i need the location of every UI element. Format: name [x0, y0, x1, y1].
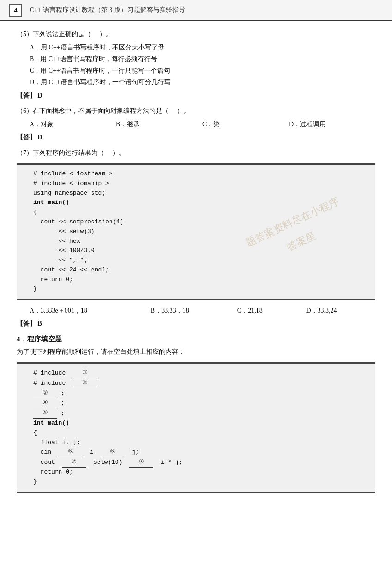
code-line-4: int main() [33, 198, 366, 208]
code-line-8: << hex [33, 237, 366, 247]
q7-option-d: D．33.3,24 [306, 305, 375, 316]
page: 4 C++ 语言程序设计教程（第 3 版）习题解答与实验指导 （5）下列说法正确… [0, 0, 392, 561]
blank-6a: ⑥ [59, 447, 83, 457]
q5-answer: 【答】 D [17, 90, 375, 101]
cb2-line-11: return 0; [33, 468, 366, 477]
q6-options-row: A．对象 B．继承 C．类 D．过程调用 [30, 118, 375, 130]
cb2-line-12: } [33, 477, 366, 487]
blank-4: ④ [33, 398, 57, 408]
code-line-1: # include < iostream > [33, 169, 366, 179]
cb2-line-7: { [33, 428, 366, 438]
question-6: （6）在下面概念中，不属于面向对象编程方法的是（ ）。 A．对象 B．继承 C．… [17, 105, 375, 143]
q5-option-b: B．用 C++语言书写程序时，每行必须有行号 [30, 53, 375, 65]
code-line-7: << setw(3) [33, 227, 366, 237]
section4-desc: 为了使下列程序能顺利运行，请在空白处填上相应的内容： [17, 346, 375, 358]
code-line-3: using namespace std; [33, 189, 366, 198]
q5-option-c: C．用 C++语言书写程序时，一行只能写一个语句 [30, 65, 375, 76]
cb2-line-9: cin ⑥ i ⑥ j; [33, 447, 366, 457]
blank-5: ⑤ [33, 408, 57, 419]
q6-option-b: B．继承 [116, 118, 202, 130]
page-number: 4 [9, 4, 22, 17]
q7-option-a: A．3.333e＋001，18 [30, 305, 151, 316]
code-line-6: cout << setprecision(4) [33, 217, 366, 227]
blank-2: ② [73, 378, 97, 388]
q7-text: （7）下列程序的运行结果为（ ）。 [17, 148, 375, 159]
q7-option-b: B．33.33，18 [151, 305, 237, 316]
blank-1: ① [73, 368, 97, 378]
code-line-12: return 0; [33, 275, 366, 285]
q7-answer: 【答】 B [17, 318, 375, 329]
code-line-10: << ", "; [33, 256, 366, 265]
q6-option-d: D．过程调用 [289, 118, 375, 130]
q7-option-c: C．21,18 [237, 305, 306, 316]
code-line-5: { [33, 208, 366, 217]
cb2-line-1: # include ① [33, 368, 366, 378]
cb2-line-6: int main() [33, 419, 366, 428]
blank-7a: ⑦ [62, 457, 86, 468]
header-title: C++ 语言程序设计教程（第 3 版）习题解答与实验指导 [30, 6, 185, 14]
q6-answer: 【答】 D [17, 132, 375, 143]
question-5: （5）下列说法正确的是（ ）。 A．用 C++语言书写程序时，不区分大小写字母 … [17, 29, 375, 101]
cb2-line-8: float i, j; [33, 438, 366, 448]
code-line-2: # include < iomanip > [33, 179, 366, 189]
question-7: （7）下列程序的运行结果为（ ）。 [17, 148, 375, 159]
cb2-line-10: cout ⑦ setw(10) ⑦ i * j; [33, 457, 366, 468]
code-line-13: } [33, 284, 366, 294]
page-header: 4 C++ 语言程序设计教程（第 3 版）习题解答与实验指导 [0, 0, 392, 21]
section4-heading: 4．程序填空题 [17, 335, 375, 344]
cb2-line-2: # include ② [33, 378, 366, 388]
q6-text: （6）在下面概念中，不属于面向对象编程方法的是（ ）。 [17, 105, 375, 117]
q5-options: A．用 C++语言书写程序时，不区分大小写字母 B．用 C++语言书写程序时，每… [30, 42, 375, 88]
code-line-9: << 100/3.0 [33, 246, 366, 256]
cb2-line-3: ③ ; [33, 388, 366, 399]
code-line-11: cout << 24 << endl; [33, 265, 366, 275]
q5-option-d: D．用 C++语言书写程序时，一个语句可分几行写 [30, 76, 375, 88]
blank-3: ③ [33, 388, 57, 399]
code-block-1: 题答案资料尽在小程序 答案星 # include < iostream > # … [17, 163, 375, 300]
q5-option-a: A．用 C++语言书写程序时，不区分大小写字母 [30, 42, 375, 53]
blank-7b: ⑦ [129, 457, 153, 468]
blank-6b: ⑥ [101, 447, 125, 457]
q7-options-row: A．3.333e＋001，18 B．33.33，18 C．21,18 D．33.… [30, 305, 375, 316]
q5-text: （5）下列说法正确的是（ ）。 [17, 29, 375, 40]
cb2-line-5: ⑤ ; [33, 408, 366, 419]
q7-options-area: A．3.333e＋001，18 B．33.33，18 C．21,18 D．33.… [17, 305, 375, 316]
q6-option-c: C．类 [202, 118, 289, 130]
cb2-line-4: ④ ; [33, 398, 366, 408]
content-area: （5）下列说法正确的是（ ）。 A．用 C++语言书写程序时，不区分大小写字母 … [0, 21, 392, 507]
code-block-2: # include ① # include ② ③ ; ④ ; ⑤ ; int … [17, 362, 375, 493]
q6-option-a: A．对象 [30, 118, 116, 130]
